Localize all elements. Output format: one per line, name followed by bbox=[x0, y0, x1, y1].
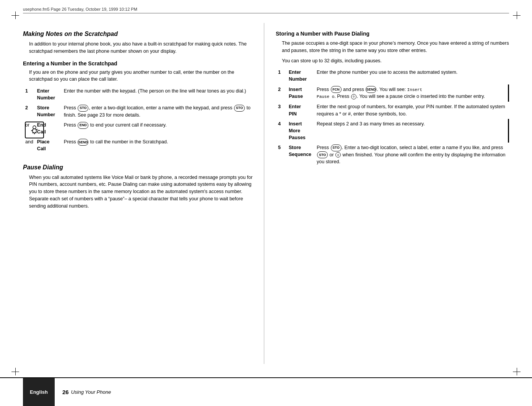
step-label: EnterNumber bbox=[35, 86, 62, 103]
step-desc: Press SEND to call the number in the Scr… bbox=[62, 137, 256, 154]
corner-mark-tr bbox=[513, 11, 521, 19]
pause-dialing-title: Pause Dialing bbox=[23, 164, 256, 171]
corner-mark-tl bbox=[11, 11, 19, 19]
pause-dialing-text: When you call automated systems like Voi… bbox=[29, 174, 256, 210]
content-area: Making Notes on the Scratchpad In additi… bbox=[23, 23, 509, 364]
step-desc: Press FCN and press SEND. You will see: … bbox=[314, 84, 508, 102]
entering-steps-table: 1 EnterNumber Enter the number with the … bbox=[23, 86, 256, 154]
section-storing: Storing a Number with Pause Dialing The … bbox=[276, 31, 509, 167]
table-row: 2 StoreNumber Press STO, enter a two-dig… bbox=[23, 103, 256, 120]
table-row: 3 EnterPIN Enter the next group of numbe… bbox=[276, 102, 509, 119]
header-bar: usephone.fm5 Page 26 Tuesday, October 19… bbox=[23, 7, 509, 13]
send-button2: SEND bbox=[366, 86, 376, 93]
corner-mark-bl bbox=[11, 368, 19, 375]
footer-bar: English 26 Using Your Phone bbox=[0, 377, 532, 406]
page-label: Using Your Phone bbox=[71, 389, 111, 395]
table-row: 1 EnterNumber Enter the phone number you… bbox=[276, 67, 509, 84]
svg-point-0 bbox=[33, 126, 36, 129]
step-label: StoreNumber bbox=[35, 103, 62, 120]
section-pause-dialing: Pause Dialing When you call automated sy… bbox=[23, 164, 256, 210]
language-label: English bbox=[30, 389, 48, 395]
entering-title: Entering a Number in the Scratchpad bbox=[23, 60, 256, 67]
right-column: Storing a Number with Pause Dialing The … bbox=[264, 23, 509, 364]
step-label: InsertPause bbox=[286, 84, 314, 102]
table-row: 5 StoreSequence Press STO. Enter a two-d… bbox=[276, 143, 509, 167]
table-row: 1 EnterNumber Enter the number with the … bbox=[23, 86, 256, 103]
phone-figure-icon bbox=[29, 125, 40, 135]
step-num: 1 bbox=[276, 67, 286, 84]
zero-button: 0 bbox=[351, 94, 356, 99]
sto-button2: STO bbox=[234, 105, 245, 112]
step-desc: Enter the next group of numbers, for exa… bbox=[314, 102, 508, 119]
step-label: EnterNumber bbox=[286, 67, 314, 84]
step-desc: Enter the number with the keypad. (The p… bbox=[62, 86, 256, 103]
step-label: Insert MorePauses bbox=[286, 119, 314, 143]
step-num: 2 bbox=[276, 84, 286, 102]
page: usephone.fm5 Page 26 Tuesday, October 19… bbox=[0, 0, 532, 406]
step-desc: Press END to end your current call if ne… bbox=[62, 120, 256, 137]
step-num: 1 bbox=[23, 86, 35, 103]
step-desc: Press STO, enter a two-digit location, e… bbox=[62, 103, 256, 120]
storing-intro2: You can store up to 32 digits, including… bbox=[282, 57, 509, 65]
fcn-button: FCN bbox=[331, 86, 342, 93]
step-num: 4 bbox=[276, 119, 286, 143]
sto-button4: STO bbox=[317, 151, 328, 158]
table-row: 4 Insert MorePauses Repeat steps 2 and 3… bbox=[276, 119, 509, 143]
end-button: END bbox=[78, 122, 88, 129]
making-notes-intro: In addition to your internal phone book,… bbox=[29, 41, 256, 55]
subsection-entering: Entering a Number in the Scratchpad If y… bbox=[23, 60, 256, 154]
table-row: and PlaceCall Press SEND to call the num… bbox=[23, 137, 256, 154]
table-row: or EndCall Press END to end your current… bbox=[23, 120, 256, 137]
zero-button2: 0 bbox=[335, 152, 341, 158]
storing-title: Storing a Number with Pause Dialing bbox=[276, 31, 509, 37]
storing-intro1: The pause occupies a one-digit space in … bbox=[282, 40, 509, 54]
step-desc: Press STO. Enter a two-digit location, s… bbox=[314, 143, 508, 167]
entering-text: If you are on the phone and your party g… bbox=[29, 69, 256, 83]
sto-button: STO bbox=[78, 105, 88, 112]
step-desc: Repeat steps 2 and 3 as many times as ne… bbox=[314, 119, 508, 143]
english-tab: English bbox=[23, 378, 55, 406]
footer-page-info: 26 Using Your Phone bbox=[62, 389, 111, 395]
step-num: 3 bbox=[276, 102, 286, 119]
step-num: 2 bbox=[23, 103, 35, 120]
table-row: 2 InsertPause Press FCN and press SEND. … bbox=[276, 84, 509, 102]
page-number: 26 bbox=[62, 389, 69, 395]
step-desc: Enter the phone number you use to access… bbox=[314, 67, 508, 84]
bookmark-icon bbox=[25, 122, 44, 138]
header-text: usephone.fm5 Page 26 Tuesday, October 19… bbox=[23, 7, 137, 11]
corner-mark-br bbox=[513, 368, 521, 375]
step-label: StoreSequence bbox=[286, 143, 314, 167]
left-column: Making Notes on the Scratchpad In additi… bbox=[23, 23, 264, 364]
step-label: EnterPIN bbox=[286, 102, 314, 119]
section-making-notes: Making Notes on the Scratchpad In additi… bbox=[23, 31, 256, 154]
step-num: and bbox=[23, 137, 35, 154]
sto-button3: STO bbox=[331, 145, 342, 151]
send-button: SEND bbox=[78, 139, 88, 146]
storing-steps-table: 1 EnterNumber Enter the phone number you… bbox=[276, 67, 509, 167]
making-notes-title: Making Notes on the Scratchpad bbox=[23, 31, 256, 37]
step-label: PlaceCall bbox=[35, 137, 62, 154]
step-num: 5 bbox=[276, 143, 286, 167]
